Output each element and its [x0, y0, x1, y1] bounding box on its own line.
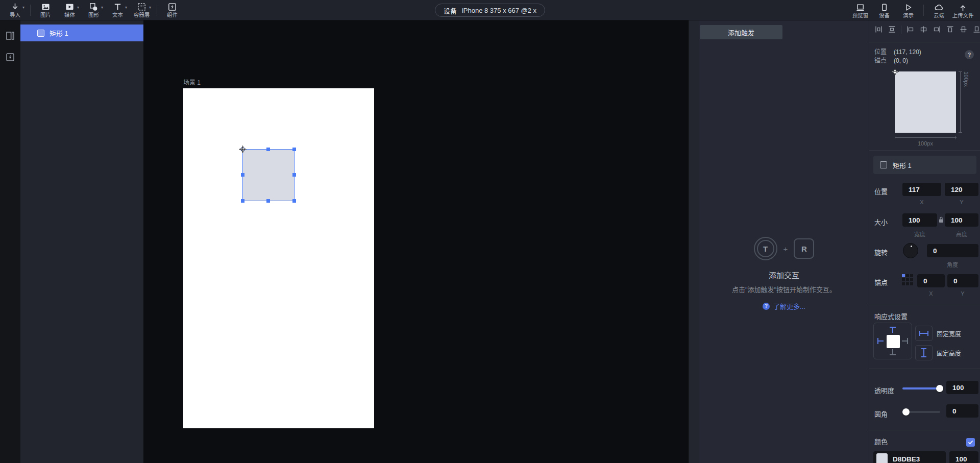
size-label: 大小 [874, 217, 888, 227]
artboard[interactable] [183, 88, 374, 428]
radius-label: 圆角 [874, 409, 888, 419]
fixed-width-icon [918, 329, 929, 338]
add-trigger-button[interactable]: 添加触发 [700, 25, 782, 39]
layer-item-rect1-selected[interactable]: 矩形 1 [20, 25, 143, 41]
resize-handle-ne[interactable] [292, 148, 296, 151]
anchor-grid-selector[interactable] [902, 274, 913, 285]
device-preview-button[interactable]: 设备 [872, 0, 896, 20]
text-icon: ▾ [113, 2, 122, 12]
phone-icon [879, 3, 889, 12]
toolbar-separator [157, 5, 157, 16]
rotation-label: 旋转 [874, 247, 888, 257]
insert-container-button[interactable]: ▾ 容器层 [130, 0, 154, 20]
align-top-icon[interactable] [946, 25, 954, 34]
align-middle-vertical-icon[interactable] [959, 25, 968, 34]
resize-handle-se[interactable] [292, 199, 296, 203]
insert-image-button[interactable]: 图片 [34, 0, 58, 20]
component-library-button[interactable] [5, 52, 16, 63]
import-arrow-icon: ▾ [10, 2, 20, 12]
responsive-settings-title: 响应式设置 [874, 311, 908, 321]
learn-more-link[interactable]: ? 了解更多... [763, 301, 805, 311]
layers-panel-toggle-button[interactable] [5, 30, 16, 41]
fixed-height-button[interactable] [915, 345, 933, 360]
align-center-horizontal-icon[interactable] [919, 25, 928, 34]
canvas-area[interactable]: 场景 1 [143, 20, 688, 463]
position-y-input[interactable] [945, 183, 978, 196]
radius-slider[interactable] [902, 411, 940, 413]
divider [869, 42, 980, 42]
width-dimension-line [895, 136, 956, 139]
opacity-slider[interactable] [902, 387, 940, 389]
radius-slider-thumb[interactable] [902, 408, 910, 416]
device-selector-pill[interactable]: 设备 iPhone 8 375 x 667 @2 x [435, 4, 545, 17]
shape-preview [895, 71, 956, 133]
width-input[interactable] [902, 213, 937, 227]
fixed-width-button[interactable] [915, 326, 933, 341]
divider [869, 430, 980, 430]
device-pill-label: 设备 [444, 6, 457, 15]
upload-arrow-icon [958, 3, 968, 12]
opacity-slider-fill [902, 387, 940, 389]
insert-media-button[interactable]: ▾ 媒体 [58, 0, 82, 20]
fixed-height-icon [919, 347, 928, 358]
import-button[interactable]: ▾ 导入 [3, 0, 27, 20]
interaction-panel-gutter[interactable] [688, 20, 699, 463]
alignment-toolbar [874, 25, 980, 34]
insert-shape-button[interactable]: ▾ 图形 [82, 0, 106, 20]
width-dimension-label: 100px [895, 140, 956, 147]
opacity-slider-thumb[interactable] [936, 385, 943, 392]
height-dimension-label: 100px [963, 71, 969, 133]
selected-object-header[interactable]: 矩形 1 [873, 156, 976, 174]
layer-name: 矩形 1 [50, 28, 68, 38]
fixed-height-label: 固定高度 [937, 349, 961, 357]
anchor-point-marker-icon[interactable] [239, 145, 247, 153]
help-button[interactable]: ? [965, 50, 974, 59]
y-sublabel: Y [960, 199, 963, 205]
interaction-badges: T + R [754, 237, 815, 260]
anchor-x-sublabel: X [929, 290, 933, 297]
rotation-input[interactable] [927, 244, 978, 257]
chevron-down-icon: ▾ [149, 5, 151, 10]
distribute-vertical-icon[interactable] [888, 25, 896, 34]
resize-handle-s[interactable] [266, 199, 270, 203]
insert-text-button[interactable]: ▾ 文本 [106, 0, 130, 20]
opacity-input[interactable] [946, 381, 978, 394]
color-swatch[interactable] [876, 453, 888, 463]
color-enabled-checkbox[interactable] [966, 438, 975, 447]
height-input[interactable] [945, 213, 978, 227]
align-left-icon[interactable] [906, 25, 915, 34]
upload-file-button[interactable]: 上传文件 [951, 0, 975, 20]
anchor-y-input[interactable] [947, 274, 978, 287]
plus-sign: + [783, 245, 788, 253]
anchor-x-input[interactable] [917, 274, 945, 287]
chevron-down-icon: ▾ [77, 5, 79, 10]
color-hex-value: D8DBE3 [893, 455, 920, 463]
align-right-icon[interactable] [933, 25, 941, 34]
preview-anchor-marker-icon [891, 68, 899, 76]
scene-label[interactable]: 场景 1 [183, 78, 201, 86]
cloud-button[interactable]: 云端 [927, 0, 951, 20]
response-badge-icon: R [794, 238, 814, 259]
resize-handle-n[interactable] [266, 148, 270, 151]
radius-input[interactable] [946, 404, 978, 418]
resize-handle-w[interactable] [241, 173, 244, 177]
monitor-icon [855, 3, 865, 12]
position-x-input[interactable] [902, 183, 941, 196]
present-button[interactable]: 演示 [896, 0, 920, 20]
container-layer-icon: ▾ [137, 2, 146, 12]
color-alpha-input[interactable] [949, 451, 978, 463]
insert-component-button[interactable]: 组件 [160, 0, 184, 20]
align-bottom-icon[interactable] [972, 25, 980, 34]
resize-handle-e[interactable] [292, 173, 296, 177]
distribute-horizontal-icon[interactable] [874, 25, 883, 34]
size-lock-icon[interactable] [938, 216, 944, 224]
toolbar-right-group: 预览窗 设备 演示 云端 [848, 0, 975, 20]
selected-rectangle[interactable] [243, 150, 294, 201]
toolbar-separator [30, 5, 31, 16]
top-toolbar: ▾ 导入 图片 ▾ 媒体 ▾ [0, 0, 980, 20]
constraint-box[interactable] [873, 323, 912, 359]
resize-handle-sw[interactable] [241, 199, 244, 203]
preview-window-button[interactable]: 预览窗 [848, 0, 872, 20]
fill-color-field[interactable]: D8DBE3 [873, 451, 946, 463]
rotation-knob[interactable] [903, 243, 918, 258]
